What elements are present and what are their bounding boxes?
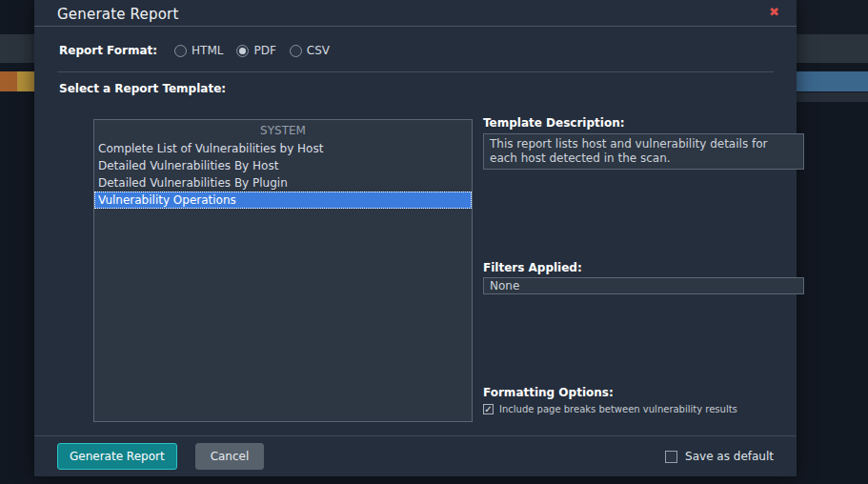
save-as-default-row[interactable]: Save as default [665,450,774,463]
severity-bar-orange [0,71,17,91]
report-format-group: HTML PDF CSV [174,44,330,57]
radio-icon [174,45,187,57]
template-listbox[interactable]: SYSTEM Complete List of Vulnerabilities … [93,119,473,422]
dialog-header: Generate Report ✖ [34,0,797,27]
save-as-default-label: Save as default [685,450,774,463]
list-item[interactable]: Detailed Vulnerabilities By Plugin [94,174,472,192]
report-format-label: Report Format: [59,44,157,57]
dialog-title: Generate Report [57,6,179,23]
severity-bar-blue [797,71,868,91]
report-format-row: Report Format: HTML PDF CSV [34,27,797,57]
filters-applied-value: None [483,277,804,294]
page-breaks-label: Include page breaks between vulnerabilit… [499,404,737,414]
formatting-options-block: Formatting Options: ✓ Include page break… [483,386,804,414]
background-dark-strip [797,0,868,34]
listbox-group-header: SYSTEM [94,120,472,140]
list-item-selected[interactable]: Vulnerability Operations [94,192,472,209]
severity-bar-gold [17,71,35,91]
radio-icon [290,45,302,57]
list-item[interactable]: Complete List of Vulnerabilities by Host [94,140,472,157]
radio-option-pdf[interactable]: PDF [236,44,275,57]
cancel-button[interactable]: Cancel [195,443,265,470]
template-description-label: Template Description: [483,116,804,130]
checkbox-unchecked-icon[interactable] [665,451,677,463]
background-row-thin [797,92,868,102]
generate-report-dialog: Generate Report ✖ Report Format: HTML PD… [34,0,797,476]
radio-label: HTML [192,44,223,57]
radio-option-csv[interactable]: CSV [290,44,330,57]
formatting-options-label: Formatting Options: [483,386,804,399]
select-template-label: Select a Report Template: [34,72,797,95]
checkbox-checked-icon[interactable]: ✓ [483,404,494,414]
template-description-block: Template Description: This report lists … [483,116,804,170]
list-item[interactable]: Detailed Vulnerabilities By Host [94,157,472,174]
radio-option-html[interactable]: HTML [174,44,223,57]
radio-label: CSV [307,44,330,57]
template-description-text: This report lists host and vulnerability… [483,133,804,170]
filters-applied-label: Filters Applied: [483,261,804,274]
radio-label: PDF [253,44,275,57]
dialog-footer: Generate Report Cancel Save as default [34,435,797,476]
filters-applied-block: Filters Applied: None [483,261,804,294]
close-icon[interactable]: ✖ [769,3,779,22]
radio-icon-selected [236,45,249,57]
generate-report-button[interactable]: Generate Report [57,443,177,470]
page-breaks-checkbox-row[interactable]: ✓ Include page breaks between vulnerabil… [483,404,804,414]
